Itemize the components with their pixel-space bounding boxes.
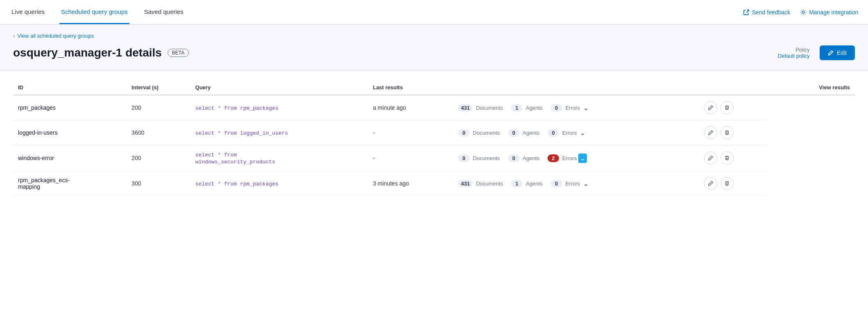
delete-query-icon[interactable] bbox=[720, 101, 734, 114]
detail-header: ‹ View all scheduled query groups osquer… bbox=[0, 25, 868, 70]
edit-query-icon[interactable] bbox=[704, 101, 717, 114]
errors-stat: 0 Errors ⌄ bbox=[551, 179, 590, 188]
documents-label: Documents bbox=[476, 105, 503, 111]
title-left: osquery_manager-1 details BETA bbox=[13, 46, 189, 59]
pencil-icon bbox=[828, 50, 834, 56]
edit-query-icon[interactable] bbox=[704, 126, 717, 139]
tab-live-queries[interactable]: Live queries bbox=[10, 0, 46, 24]
col-header-empty3 bbox=[767, 80, 784, 95]
errors-label: Errors bbox=[562, 130, 577, 136]
documents-count: 0 bbox=[458, 154, 470, 162]
queries-table: ID Interval (s) Query Last results View … bbox=[13, 80, 855, 196]
cell-stats: 0 Documents 0 Agents 2 Errors ⌄ bbox=[453, 145, 699, 171]
errors-stat: 2 Errors ⌄ bbox=[548, 154, 587, 163]
agents-count: 0 bbox=[508, 154, 520, 162]
svg-point-0 bbox=[802, 11, 804, 13]
edit-query-icon[interactable] bbox=[704, 151, 717, 165]
errors-stat: 0 Errors ⌄ bbox=[548, 128, 587, 138]
errors-chevron-button[interactable]: ⌄ bbox=[578, 154, 587, 163]
tab-scheduled-query-groups[interactable]: Scheduled query groups bbox=[59, 0, 130, 24]
title-right: Policy Default policy Edit bbox=[778, 45, 855, 60]
errors-label: Errors bbox=[566, 181, 580, 187]
col-header-last-results: Last results bbox=[368, 80, 453, 95]
delete-query-icon[interactable] bbox=[720, 177, 734, 190]
policy-value[interactable]: Default policy bbox=[778, 53, 810, 59]
table-row: rpm_packages_ecs- mapping300select * fro… bbox=[13, 171, 855, 196]
cell-id: rpm_packages_ecs- mapping bbox=[13, 171, 127, 196]
table-header-row: ID Interval (s) Query Last results View … bbox=[13, 80, 855, 95]
agents-count: 0 bbox=[508, 129, 520, 137]
send-feedback-button[interactable]: Send feedback bbox=[743, 9, 790, 16]
agents-label: Agents bbox=[523, 155, 539, 161]
cell-last-results: - bbox=[368, 120, 453, 145]
external-link-icon bbox=[743, 9, 750, 16]
col-header-query: Query bbox=[191, 80, 368, 95]
documents-label: Documents bbox=[476, 181, 503, 187]
table-row: windows-error200select * fromwindows_sec… bbox=[13, 145, 855, 171]
cell-interval: 200 bbox=[127, 145, 190, 171]
manage-integration-button[interactable]: Manage integration bbox=[800, 9, 858, 16]
cell-interval: 300 bbox=[127, 171, 190, 196]
cell-stats: 431 Documents 1 Agents 0 Errors ⌄ bbox=[453, 171, 699, 196]
cell-id: rpm_packages bbox=[13, 95, 127, 120]
col-header-empty2 bbox=[699, 80, 767, 95]
breadcrumb-chevron-icon: ‹ bbox=[13, 33, 15, 39]
cell-last-results: - bbox=[368, 145, 453, 171]
col-header-view-results: View results bbox=[784, 80, 855, 95]
col-header-id: ID bbox=[13, 80, 127, 95]
table-row: rpm_packages200select * from rpm_package… bbox=[13, 95, 855, 120]
errors-count: 0 bbox=[551, 180, 562, 188]
chevron-button[interactable]: ⌄ bbox=[582, 103, 590, 113]
documents-stat: 0 Documents bbox=[458, 129, 500, 137]
agents-label: Agents bbox=[523, 130, 539, 136]
cell-actions bbox=[699, 95, 767, 120]
agents-stat: 0 Agents bbox=[508, 129, 539, 137]
chevron-button[interactable]: ⌄ bbox=[582, 179, 590, 188]
agents-count: 1 bbox=[511, 180, 523, 188]
agents-stat: 1 Agents bbox=[511, 104, 542, 112]
documents-count: 0 bbox=[458, 129, 470, 137]
cell-query[interactable]: select * from rpm_packages bbox=[191, 171, 368, 196]
cell-actions bbox=[699, 145, 767, 171]
cell-id: windows-error bbox=[13, 145, 127, 171]
cell-last-results: 3 minutes ago bbox=[368, 171, 453, 196]
nav-tabs: Live queries Scheduled query groups Save… bbox=[10, 0, 185, 24]
edit-button[interactable]: Edit bbox=[820, 45, 855, 60]
edit-query-icon[interactable] bbox=[704, 177, 717, 190]
breadcrumb: ‹ View all scheduled query groups bbox=[13, 33, 855, 39]
agents-label: Agents bbox=[526, 105, 542, 111]
agents-label: Agents bbox=[526, 181, 542, 187]
cell-query[interactable]: select * from rpm_packages bbox=[191, 95, 368, 120]
documents-label: Documents bbox=[473, 155, 500, 161]
col-header-empty1 bbox=[453, 80, 699, 95]
documents-count: 431 bbox=[458, 180, 473, 188]
tab-saved-queries[interactable]: Saved queries bbox=[143, 0, 185, 24]
errors-label: Errors bbox=[566, 105, 580, 111]
policy-label: Policy bbox=[778, 47, 810, 53]
cell-interval: 3600 bbox=[127, 120, 190, 145]
chevron-button[interactable]: ⌄ bbox=[578, 128, 587, 138]
breadcrumb-link[interactable]: View all scheduled query groups bbox=[17, 33, 94, 39]
page-title: osquery_manager-1 details bbox=[13, 46, 162, 59]
nav-right: Send feedback Manage integration bbox=[743, 9, 858, 16]
policy-info: Policy Default policy bbox=[778, 47, 810, 59]
title-row: osquery_manager-1 details BETA Policy De… bbox=[13, 45, 855, 60]
cell-query[interactable]: select * fromwindows_security_products bbox=[191, 145, 368, 171]
errors-label: Errors bbox=[562, 155, 577, 161]
cell-actions bbox=[699, 171, 767, 196]
cell-query[interactable]: select * from logged_in_users bbox=[191, 120, 368, 145]
errors-stat: 0 Errors ⌄ bbox=[551, 103, 590, 113]
cell-interval: 200 bbox=[127, 95, 190, 120]
documents-stat: 431 Documents bbox=[458, 180, 503, 188]
documents-stat: 431 Documents bbox=[458, 104, 503, 112]
top-nav: Live queries Scheduled query groups Save… bbox=[0, 0, 868, 25]
errors-count: 2 bbox=[548, 154, 559, 162]
gear-icon bbox=[800, 9, 807, 16]
errors-count: 0 bbox=[548, 129, 559, 137]
agents-stat: 1 Agents bbox=[511, 180, 542, 188]
cell-actions bbox=[699, 120, 767, 145]
delete-query-icon[interactable] bbox=[720, 151, 734, 165]
delete-query-icon[interactable] bbox=[720, 126, 734, 139]
table-row: logged-in-users3600select * from logged_… bbox=[13, 120, 855, 145]
col-header-interval: Interval (s) bbox=[127, 80, 190, 95]
